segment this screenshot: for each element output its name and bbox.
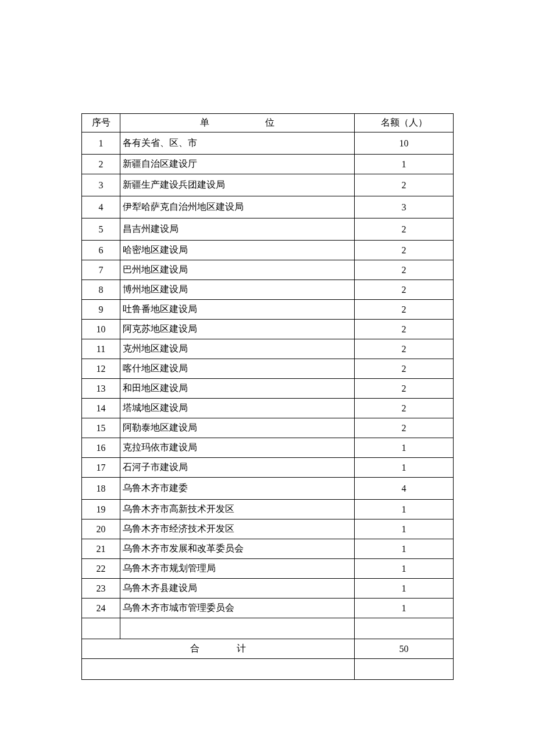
cell-quota: 2 xyxy=(355,379,454,399)
table-row: 14塔城地区建设局2 xyxy=(82,399,454,418)
cell-quota: 1 xyxy=(355,500,454,519)
cell-quota: 1 xyxy=(355,438,454,458)
table-row: 13和田地区建设局2 xyxy=(82,379,454,399)
cell-empty xyxy=(355,659,454,680)
header-unit: 单位 xyxy=(120,114,355,132)
cell-quota: 2 xyxy=(355,174,454,196)
cell-quota: 1 xyxy=(355,155,454,174)
table-row: 2新疆自治区建设厅1 xyxy=(82,155,454,174)
table-row: 16克拉玛依市建设局1 xyxy=(82,438,454,458)
cell-unit: 塔城地区建设局 xyxy=(120,399,355,418)
cell-quota: 2 xyxy=(355,339,454,359)
table-row-total: 合计50 xyxy=(82,639,454,659)
cell-unit: 巴州地区建设局 xyxy=(120,260,355,280)
cell-unit: 乌鲁木齐市城市管理委员会 xyxy=(120,599,355,618)
cell-quota: 2 xyxy=(355,359,454,379)
table-row: 22乌鲁木齐市规划管理局1 xyxy=(82,559,454,579)
cell-seq: 1 xyxy=(82,132,120,155)
cell-seq: 8 xyxy=(82,280,120,300)
cell-quota: 2 xyxy=(355,300,454,320)
cell-seq: 5 xyxy=(82,218,120,241)
cell-quota: 1 xyxy=(355,458,454,478)
table-row-empty xyxy=(82,659,454,680)
cell-quota: 1 xyxy=(355,599,454,618)
cell-unit: 乌鲁木齐市经济技术开发区 xyxy=(120,519,355,539)
cell-quota: 2 xyxy=(355,399,454,418)
cell-seq: 4 xyxy=(82,196,120,218)
table-row: 1各有关省、区、市10 xyxy=(82,132,454,155)
cell-seq: 21 xyxy=(82,539,120,559)
table-row: 6哈密地区建设局2 xyxy=(82,241,454,260)
table-row: 5昌吉州建设局2 xyxy=(82,218,454,241)
cell-total-label: 合计 xyxy=(82,639,355,659)
table-row: 10阿克苏地区建设局2 xyxy=(82,320,454,339)
cell-seq: 10 xyxy=(82,320,120,339)
cell-unit: 乌鲁木齐市发展和改革委员会 xyxy=(120,539,355,559)
cell-quota: 2 xyxy=(355,320,454,339)
cell-unit: 阿勒泰地区建设局 xyxy=(120,418,355,438)
cell-unit: 乌鲁木齐县建设局 xyxy=(120,579,355,599)
cell-quota: 1 xyxy=(355,519,454,539)
cell-unit: 乌鲁木齐市规划管理局 xyxy=(120,559,355,579)
cell-unit: 和田地区建设局 xyxy=(120,379,355,399)
cell-quota: 1 xyxy=(355,579,454,599)
cell-empty xyxy=(82,618,120,639)
cell-seq: 22 xyxy=(82,559,120,579)
cell-unit: 乌鲁木齐市高新技术开发区 xyxy=(120,500,355,519)
table-row: 4伊犁哈萨克自治州地区建设局3 xyxy=(82,196,454,218)
table-row-empty xyxy=(82,618,454,639)
cell-unit: 克拉玛依市建设局 xyxy=(120,438,355,458)
table-row: 24乌鲁木齐市城市管理委员会1 xyxy=(82,599,454,618)
cell-unit: 伊犁哈萨克自治州地区建设局 xyxy=(120,196,355,218)
cell-unit: 乌鲁木齐市建委 xyxy=(120,478,355,500)
cell-unit: 博州地区建设局 xyxy=(120,280,355,300)
cell-quota: 1 xyxy=(355,539,454,559)
cell-unit: 喀什地区建设局 xyxy=(120,359,355,379)
table-row: 8博州地区建设局2 xyxy=(82,280,454,300)
cell-quota: 1 xyxy=(355,559,454,579)
table-row: 11克州地区建设局2 xyxy=(82,339,454,359)
cell-quota: 10 xyxy=(355,132,454,155)
cell-seq: 12 xyxy=(82,359,120,379)
cell-empty xyxy=(355,618,454,639)
cell-unit: 吐鲁番地区建设局 xyxy=(120,300,355,320)
table-row: 3新疆生产建设兵团建设局2 xyxy=(82,174,454,196)
table-row: 20乌鲁木齐市经济技术开发区1 xyxy=(82,519,454,539)
cell-seq: 14 xyxy=(82,399,120,418)
header-seq: 序号 xyxy=(82,114,120,132)
cell-seq: 15 xyxy=(82,418,120,438)
cell-seq: 17 xyxy=(82,458,120,478)
table-row: 23乌鲁木齐县建设局1 xyxy=(82,579,454,599)
cell-quota: 4 xyxy=(355,478,454,500)
cell-seq: 20 xyxy=(82,519,120,539)
cell-seq: 24 xyxy=(82,599,120,618)
cell-seq: 13 xyxy=(82,379,120,399)
cell-seq: 3 xyxy=(82,174,120,196)
table-row: 17石河子市建设局1 xyxy=(82,458,454,478)
table-row: 7巴州地区建设局2 xyxy=(82,260,454,280)
cell-unit: 哈密地区建设局 xyxy=(120,241,355,260)
table-header-row: 序号 单位 名额（人） xyxy=(82,114,454,132)
quota-table: 序号 单位 名额（人） 1各有关省、区、市102新疆自治区建设厅13新疆生产建设… xyxy=(81,113,454,680)
cell-total-value: 50 xyxy=(355,639,454,659)
cell-unit: 新疆自治区建设厅 xyxy=(120,155,355,174)
table-row: 15阿勒泰地区建设局2 xyxy=(82,418,454,438)
cell-unit: 各有关省、区、市 xyxy=(120,132,355,155)
cell-seq: 23 xyxy=(82,579,120,599)
cell-seq: 16 xyxy=(82,438,120,458)
cell-empty xyxy=(82,659,355,680)
table-row: 21乌鲁木齐市发展和改革委员会1 xyxy=(82,539,454,559)
cell-seq: 2 xyxy=(82,155,120,174)
cell-quota: 2 xyxy=(355,260,454,280)
cell-seq: 18 xyxy=(82,478,120,500)
cell-unit: 昌吉州建设局 xyxy=(120,218,355,241)
cell-seq: 6 xyxy=(82,241,120,260)
cell-empty xyxy=(120,618,355,639)
cell-quota: 2 xyxy=(355,280,454,300)
cell-unit: 克州地区建设局 xyxy=(120,339,355,359)
cell-seq: 7 xyxy=(82,260,120,280)
cell-quota: 2 xyxy=(355,218,454,241)
table-row: 9吐鲁番地区建设局2 xyxy=(82,300,454,320)
header-quota: 名额（人） xyxy=(355,114,454,132)
table-row: 18乌鲁木齐市建委4 xyxy=(82,478,454,500)
